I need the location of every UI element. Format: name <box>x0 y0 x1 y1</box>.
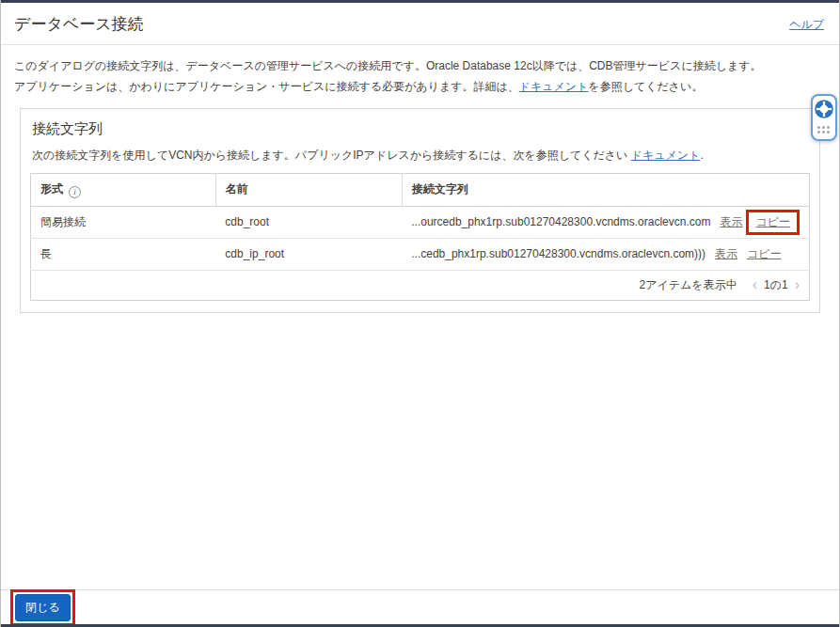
dialog-header: データベース接続 ヘルプ <box>1 3 839 45</box>
info-icon[interactable]: i <box>69 186 81 198</box>
chevron-right-icon[interactable]: › <box>795 277 800 292</box>
annotation-box-copy: コピー <box>746 210 800 235</box>
intro-text: このダイアログの接続文字列は、データベースの管理サービスへの接続用です。Orac… <box>1 45 839 97</box>
show-link[interactable]: 表示 <box>715 247 737 260</box>
name-cell: cdb_root <box>215 206 402 238</box>
column-header-name: 名前 <box>215 174 402 207</box>
annotation-box-close: 閉じる <box>10 589 75 626</box>
column-header-format: 形式i <box>31 174 216 207</box>
column-header-connection-string: 接続文字列 <box>402 174 809 207</box>
copy-link[interactable]: コピー <box>755 215 790 228</box>
connection-strings-table: 形式i 名前 接続文字列 簡易接続 cdb_root ...ourcedb_ph… <box>30 173 810 301</box>
table-footer-row: 2アイテムを表示中 ‹ 1の1 › <box>31 270 810 300</box>
intro-line-2-post: を参照してください。 <box>588 80 703 93</box>
copy-link[interactable]: コピー <box>747 247 782 260</box>
help-link[interactable]: ヘルプ <box>789 17 824 33</box>
intro-line-1: このダイアログの接続文字列は、データベースの管理サービスへの接続用です。Orac… <box>14 55 826 76</box>
pagination-cell: 2アイテムを表示中 ‹ 1の1 › <box>31 270 810 300</box>
table-row: 長 cdb_ip_root ...cedb_phx1rp.sub01270428… <box>31 238 810 270</box>
lifebuoy-icon[interactable] <box>815 100 833 122</box>
close-button[interactable]: 閉じる <box>15 594 71 621</box>
format-cell: 簡易接続 <box>31 206 216 238</box>
panel-subtitle: 次の接続文字列を使用してVCN内から接続します。パブリックIPアドレスから接続す… <box>32 148 808 164</box>
help-widget[interactable] <box>811 94 837 141</box>
intro-line-2: アプリケーションは、かわりにアプリケーション・サービスに接続する必要があります。… <box>14 76 826 97</box>
connection-string-cell: ...cedb_phx1rp.sub01270428300.vcndms.ora… <box>402 238 809 270</box>
table-header-row: 形式i 名前 接続文字列 <box>31 174 810 207</box>
panel-subtitle-post: . <box>700 149 703 162</box>
pager: ‹ 1の1 › <box>753 277 800 293</box>
panel-subtitle-pre: 次の接続文字列を使用してVCN内から接続します。パブリックIPアドレスから接続す… <box>32 149 631 162</box>
page-indicator: 1の1 <box>764 277 788 293</box>
items-shown-label: 2アイテムを表示中 <box>640 277 737 293</box>
panel-documentation-link[interactable]: ドキュメント <box>631 149 701 162</box>
format-cell: 長 <box>31 238 216 270</box>
drag-dots-icon[interactable] <box>817 126 831 134</box>
intro-line-2-pre: アプリケーションは、かわりにアプリケーション・サービスに接続する必要があります。… <box>14 80 519 93</box>
documentation-link[interactable]: ドキュメント <box>519 80 589 93</box>
page-title: データベース接続 <box>14 13 144 35</box>
database-connections-dialog: { "header": { "title": "データベース接続", "help… <box>0 0 840 627</box>
chevron-left-icon[interactable]: ‹ <box>753 277 757 292</box>
show-link[interactable]: 表示 <box>720 215 742 228</box>
connection-strings-panel: 接続文字列 次の接続文字列を使用してVCN内から接続します。パブリックIPアドレ… <box>20 108 820 313</box>
connection-string-value: ...cedb_phx1rp.sub01270428300.vcndms.ora… <box>411 247 705 260</box>
panel-title: 接続文字列 <box>32 120 808 138</box>
table-row: 簡易接続 cdb_root ...ourcedb_phx1rp.sub01270… <box>31 206 810 238</box>
top-edge <box>1 0 839 3</box>
connection-string-cell: ...ourcedb_phx1rp.sub01270428300.vcndms.… <box>402 206 809 238</box>
name-cell: cdb_ip_root <box>215 238 402 270</box>
connection-string-value: ...ourcedb_phx1rp.sub01270428300.vcndms.… <box>411 215 710 228</box>
dialog-footer: 閉じる <box>1 589 839 624</box>
